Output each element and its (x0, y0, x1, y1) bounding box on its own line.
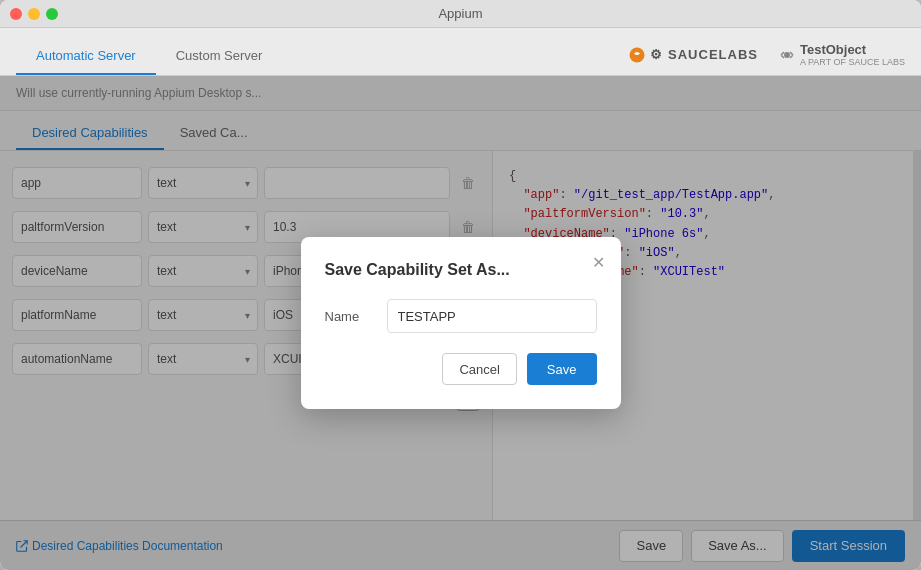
modal-actions: Cancel Save (325, 353, 597, 385)
modal-name-label: Name (325, 309, 375, 324)
modal-name-field: Name (325, 299, 597, 333)
main-content: Will use currently-running Appium Deskto… (0, 76, 921, 570)
window-title: Appium (438, 6, 482, 21)
titlebar: Appium (0, 0, 921, 28)
testobject-sub: A PART OF SAUCE LABS (800, 57, 905, 67)
modal-close-button[interactable]: ✕ (592, 253, 605, 272)
save-capability-modal: Save Capability Set As... ✕ Name Cancel … (301, 237, 621, 409)
main-tabbar: Automatic Server Custom Server ⚙ SAUCELA… (0, 28, 921, 76)
logos-area: ⚙ SAUCELABS TestObject A PART OF SAUCE L… (628, 42, 905, 75)
svg-point-1 (784, 52, 790, 58)
modal-overlay: Save Capability Set As... ✕ Name Cancel … (0, 76, 921, 570)
modal-save-button[interactable]: Save (527, 353, 597, 385)
saucelabs-text: ⚙ SAUCELABS (650, 47, 758, 62)
close-button[interactable] (10, 8, 22, 20)
modal-cancel-button[interactable]: Cancel (442, 353, 516, 385)
modal-title: Save Capability Set As... (325, 261, 597, 279)
saucelabs-logo: ⚙ SAUCELABS (628, 46, 758, 64)
tab-custom-server[interactable]: Custom Server (156, 38, 283, 75)
window-controls (10, 8, 58, 20)
modal-name-input[interactable] (387, 299, 597, 333)
testobject-logo: TestObject A PART OF SAUCE LABS (778, 42, 905, 67)
minimize-button[interactable] (28, 8, 40, 20)
testobject-name: TestObject (800, 42, 905, 57)
maximize-button[interactable] (46, 8, 58, 20)
saucelabs-icon (628, 46, 646, 64)
testobject-icon (778, 46, 796, 64)
app-window: Appium Automatic Server Custom Server ⚙ … (0, 0, 921, 570)
tab-automatic-server[interactable]: Automatic Server (16, 38, 156, 75)
testobject-text-wrapper: TestObject A PART OF SAUCE LABS (800, 42, 905, 67)
